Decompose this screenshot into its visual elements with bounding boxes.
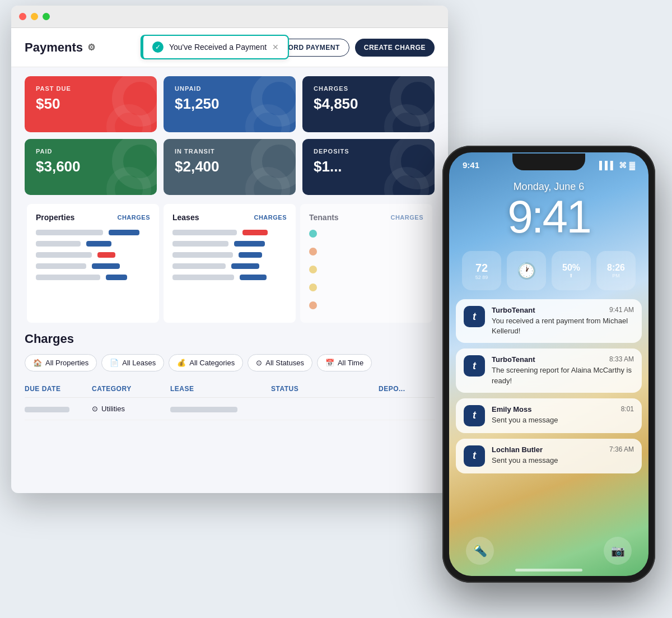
maximize-button[interactable] [43, 13, 50, 20]
turbotenant-icon-1: t [464, 306, 485, 327]
past-due-label: PAST DUE [36, 85, 146, 92]
leases-chart: Leases CHARGES [164, 204, 296, 323]
charges-title: Charges [25, 332, 435, 346]
signal-icon: ▌▌▌ [599, 161, 616, 170]
all-statuses-label: All Statuses [265, 359, 304, 367]
bar-label [172, 230, 237, 235]
filter-all-leases[interactable]: 📄 All Leases [101, 354, 164, 371]
notif-msg-1: You received a rent payment from Michael… [492, 316, 634, 336]
leases-chart-rows [172, 230, 287, 280]
clock-widget: 🕐 [507, 251, 546, 290]
turbotenant-icon-2: t [464, 355, 485, 377]
properties-charges-label: CHARGES [117, 214, 150, 221]
tenants-chart: Tenants CHARGES [300, 204, 432, 323]
due-date-cell [25, 407, 69, 412]
bar-value [109, 230, 139, 235]
iphone-notch [512, 154, 585, 170]
stat-card-charges[interactable]: CHARGES $4,850 [302, 76, 435, 132]
deposits-label: DEPOSITS [314, 148, 423, 155]
schedule-time: 8:26 [607, 263, 625, 273]
notif-content-4: Lochlan Butler 7:36 AM Sent you a messag… [492, 445, 634, 466]
category-cell: ⊙ Utilities [92, 405, 170, 413]
table-row: ⊙ Utilities [25, 398, 435, 420]
bar-label [36, 230, 103, 235]
bar-label [36, 241, 81, 247]
leases-title: Leases [172, 213, 199, 222]
utilities-icon: ⊙ [92, 405, 98, 413]
stat-card-past-due[interactable]: PAST DUE $50 [25, 76, 157, 132]
notif-header-3: Emily Moss 8:01 [492, 405, 634, 413]
chart-row [172, 263, 287, 269]
leases-chart-header: Leases CHARGES [172, 213, 287, 222]
bar-label [36, 252, 92, 258]
close-button[interactable] [19, 13, 26, 20]
document-icon: 📄 [110, 359, 119, 367]
filter-all-time[interactable]: 📅 All Time [317, 354, 372, 371]
settings-icon[interactable]: ⚙ [87, 42, 95, 53]
notif-app-1: TurboTenant [492, 306, 535, 314]
stat-card-paid[interactable]: PAID $3,600 [25, 139, 157, 195]
bar-value [86, 241, 111, 247]
notif-msg-4: Sent you a message [492, 456, 634, 466]
lock-time: 9:41 [449, 194, 648, 240]
utilities-label: Utilities [101, 405, 125, 413]
col-status: STATUS [271, 385, 379, 393]
tenants-chart-header: Tenants CHARGES [309, 213, 423, 222]
camera-button[interactable]: 📷 [604, 537, 632, 565]
notif-time-4: 7:36 AM [609, 445, 634, 454]
notif-time-1: 9:41 AM [609, 306, 634, 314]
mac-window: Payments ⚙ ✓ You've Received a Payment ✕… [11, 6, 448, 493]
title-text: Payments [25, 40, 83, 55]
flashlight-button[interactable]: 🔦 [466, 537, 494, 565]
notif-msg-2: The screening report for Alaina McCarthy… [492, 365, 634, 385]
chart-row [172, 275, 287, 280]
properties-title: Properties [36, 213, 74, 222]
battery-arrow: ⬆ [569, 273, 573, 278]
turbotenant-icon-4: t [464, 445, 485, 467]
iphone-screen: 9:41 ▌▌▌ ⌘ ▓ Monday, June 6 9:41 72 52 8… [449, 152, 648, 576]
chart-row [172, 230, 287, 235]
lease-cell [170, 407, 237, 412]
filter-all-statuses[interactable]: ⊙ All Statuses [248, 354, 312, 371]
create-charge-button[interactable]: CREATE CHARGE [355, 39, 435, 57]
page-title: Payments ⚙ [25, 40, 95, 55]
col-deposits: DEPO... [379, 385, 435, 393]
unpaid-label: UNPAID [175, 85, 284, 92]
leases-charges-label: CHARGES [254, 214, 287, 221]
titlebar [11, 6, 448, 28]
notif-time-3: 8:01 [621, 405, 634, 413]
weather-widget: 72 52 89 [462, 251, 501, 290]
notif-time-2: 8:33 AM [609, 355, 634, 364]
notif-app-2: TurboTenant [492, 355, 535, 364]
bar-label [36, 275, 100, 280]
charges-label: CHARGES [314, 85, 423, 92]
notif-msg-3: Sent you a message [492, 415, 634, 425]
notif-content-1: TurboTenant 9:41 AM You received a rent … [492, 306, 634, 336]
notification-text: You've Received a Payment [169, 43, 267, 52]
bar-value [106, 275, 127, 280]
bar-value [97, 252, 115, 258]
properties-chart-header: Properties CHARGES [36, 213, 150, 222]
calendar-icon: 📅 [325, 359, 334, 367]
all-leases-label: All Leases [122, 359, 156, 367]
filter-all-categories[interactable]: 💰 All Categories [169, 354, 243, 371]
notif-app-4: Lochlan Butler [492, 445, 543, 454]
filter-all-properties[interactable]: 🏠 All Properties [25, 354, 97, 371]
schedule-ampm: PM [612, 273, 620, 278]
stat-card-in-transit[interactable]: IN TRANSIT $2,400 [164, 139, 296, 195]
close-notification-icon[interactable]: ✕ [272, 43, 279, 52]
header-actions: RECORD PAYMENT CREATE CHARGE [264, 39, 435, 57]
battery-widget: 50% ⬆ [552, 251, 591, 290]
tenants-charges-label: CHARGES [390, 214, 423, 221]
table-header: DUE DATE CATEGORY LEASE STATUS DEPO... [25, 380, 435, 398]
flashlight-icon: 🔦 [473, 544, 487, 557]
stat-card-unpaid[interactable]: UNPAID $1,250 [164, 76, 296, 132]
bar-label [172, 252, 233, 258]
home-indicator[interactable] [515, 569, 582, 571]
notification-turbotenant-1: t TurboTenant 9:41 AM You received a ren… [456, 299, 642, 343]
minimize-button[interactable] [31, 13, 38, 20]
wifi-icon: ⌘ [619, 161, 627, 170]
stat-card-deposits[interactable]: DEPOSITS $1... [302, 139, 435, 195]
money-icon: 💰 [177, 359, 186, 367]
iphone: 9:41 ▌▌▌ ⌘ ▓ Monday, June 6 9:41 72 52 8… [442, 146, 655, 583]
